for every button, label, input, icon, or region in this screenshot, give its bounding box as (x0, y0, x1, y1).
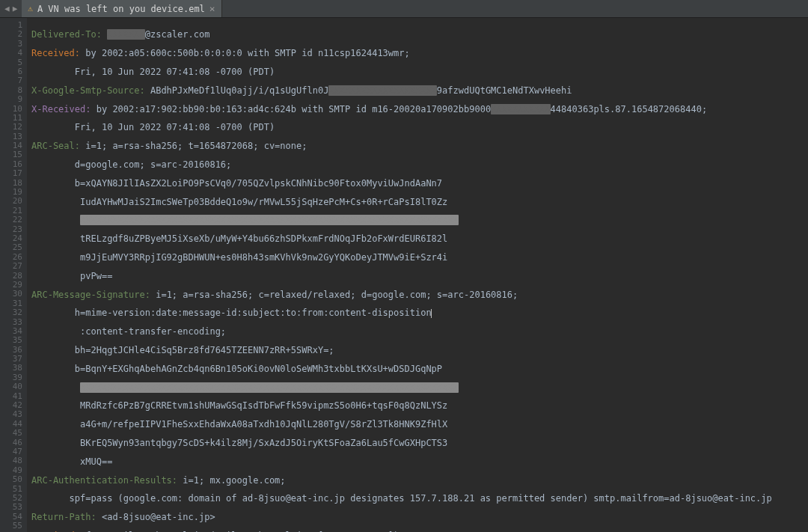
redacted-text: XXXXXXXXXXXXXXXXXXXXXXXXXXXXXXXXXXXXXXXX… (80, 215, 459, 225)
text: 9afzwdUQtGMC1eNdTXwvHeehi (437, 85, 572, 96)
hdr-arc-authentication-results: ARC-Authentication-Results: (31, 475, 177, 486)
line-number: 27 (0, 262, 22, 271)
redacted-text: XXXXXXXXXXX (491, 104, 550, 114)
text: tRELzgdf8uZPByeMJ5iXseXb/uMyW+Y4bu66zhSD… (31, 233, 447, 244)
hdr-arc-seal: ARC-Seal: (31, 141, 80, 151)
line-number: 53 (0, 503, 22, 512)
line-number: 55 (0, 522, 22, 531)
text: by 2002:a17:902:bb90:b0:163:ad4c:624b wi… (91, 104, 491, 114)
line-number: 15 (0, 150, 22, 159)
code-area[interactable]: Delivered-To: XXXXXXX@zscaler.com Receiv… (27, 18, 808, 532)
text: i=1; mx.google.com; (177, 475, 286, 486)
line-number: 4 (0, 49, 22, 58)
hdr-arc-message-signature: ARC-Message-Signature: (31, 290, 150, 300)
text: m9JjEuMVY3RRpjIG92gBDHWUN+es0H8h43smKVhV… (31, 252, 447, 263)
text: i=1; a=rsa-sha256; c=relaxed/relaxed; d=… (150, 290, 518, 300)
text: IudAYHwMJaiS2ImcSWeTp03BddeQ1o9w/rMVwL55… (31, 197, 447, 207)
warning-icon: ⚠ (28, 4, 33, 13)
line-number: 43 (0, 410, 22, 419)
redacted-text: XXXXXXXXXXXXXXXXXXXXXXXXXXXXXXXXXXXXXXXX… (80, 382, 459, 393)
text: Fri, 10 Jun 2022 07:41:08 -0700 (PDT) (31, 122, 275, 132)
line-number-gutter: 1234567891011121314151617181920212223242… (0, 18, 27, 532)
text: spf=pass (google.com: domain of ad-8jsuo… (31, 493, 772, 504)
text: @zscaler.com (145, 29, 210, 40)
line-number: 50 (0, 475, 22, 484)
text: ABdhPJxMeDf1lUq0ajj/i/q1sUgUfln0J (145, 85, 329, 96)
hdr-return-path: Return-Path: (31, 512, 97, 522)
line-number: 2 (0, 30, 22, 39)
line-number: 45 (0, 429, 22, 438)
text: d=google.com; s=arc-20160816; (31, 159, 231, 170)
line-number: 25 (0, 243, 22, 252)
close-icon[interactable]: × (209, 4, 215, 13)
text: i=1; a=rsa-sha256; t=1654872068; cv=none… (80, 141, 307, 151)
hdr-x-google-smtp-source: X-Google-Smtp-Source: (31, 85, 145, 96)
hdr-x-received: X-Received: (31, 104, 91, 114)
text: h=mime-version:date:message-id:subject:t… (31, 308, 432, 318)
hdr-delivered-to: Delivered-To: (31, 29, 102, 40)
line-number: 35 (0, 336, 22, 345)
file-tab[interactable]: ⚠ A VN was left on you device.eml × (22, 0, 221, 17)
line-number: 32 (0, 308, 22, 317)
nav-forward-icon[interactable]: ▶ (13, 4, 18, 13)
text-cursor (431, 309, 432, 318)
text: BKrEQ5Wyn93antqbgy7ScDS+k4ilz8Mj/SxAzdJ5… (31, 438, 447, 448)
redacted-text: XXXXXXX (107, 29, 145, 40)
text: a4G+m/refpeIIPV1FheSxxEhdaWxA08aTxdh10Jq… (31, 419, 447, 429)
text: bh=2HqgtJCHle4CiSq5Brz8fd7645TZEENN7zRR+… (31, 345, 334, 355)
text: b=BqnY+EXGhqAbehAGnZcb4qn6Bn105oKi0ovN0l… (31, 364, 442, 374)
text: xMUQ== (31, 456, 112, 467)
tab-bar: ◀ ▶ ⚠ A VN was left on you device.eml × (0, 0, 808, 18)
editor-pane: 1234567891011121314151617181920212223242… (0, 18, 808, 532)
text: Fri, 10 Jun 2022 07:41:08 -0700 (PDT) (31, 67, 275, 77)
line-number: 12 (0, 123, 22, 132)
line-number: 30 (0, 290, 22, 299)
text: <ad-8jsuo@eat-inc.jp> (97, 512, 215, 522)
text: 44840363pls.87.1654872068440; (551, 104, 708, 114)
nav-back-icon[interactable]: ◀ (4, 4, 10, 13)
line-number: 40 (0, 382, 22, 391)
nav-arrows: ◀ ▶ (0, 0, 22, 17)
text: pvPw== (31, 271, 112, 281)
text: by 2002:a05:600c:500b:0:0:0:0 with SMTP … (80, 48, 410, 58)
file-tab-title: A VN was left on you device.eml (37, 4, 205, 14)
line-number: 38 (0, 364, 22, 373)
line-number: 48 (0, 456, 22, 465)
text: b=xQAYN8JIlIAsZX2LoiPO9PsCVq0/705QZvlpsk… (31, 178, 442, 189)
line-number: 22 (0, 215, 22, 224)
line-number: 20 (0, 197, 22, 206)
redacted-text: XXXXXXXXXXXXXXXXXXXX (328, 85, 437, 96)
line-number: 7 (0, 76, 22, 85)
line-number: 9 (0, 95, 22, 104)
line-number: 17 (0, 169, 22, 178)
text: MRdRzfc6PzB7gCRREtvm1shUMawGSqIsdTbFwFfk… (31, 400, 447, 411)
hdr-received: Received: (31, 48, 80, 58)
text: :content-transfer-encoding; (31, 326, 226, 337)
editor-window: ◀ ▶ ⚠ A VN was left on you device.eml × … (0, 0, 808, 532)
